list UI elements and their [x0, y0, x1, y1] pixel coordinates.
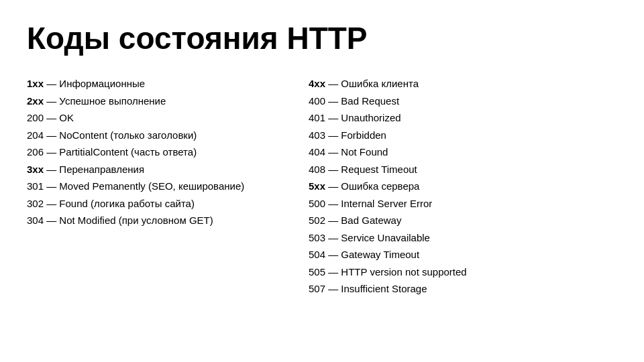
- list-item: 502 — Bad Gateway: [309, 212, 617, 229]
- page: Коды состояния HTTP 1xx — Информационные…: [0, 0, 644, 318]
- list-item: 206 — PartitialContent (часть ответа): [27, 143, 309, 161]
- list-item: 400 — Bad Request: [309, 93, 617, 110]
- left-column: 1xx — Информационные2xx — Успешное выпол…: [27, 75, 309, 298]
- content-area: 1xx — Информационные2xx — Успешное выпол…: [27, 75, 617, 298]
- list-item: 2xx — Успешное выполнение: [27, 93, 309, 110]
- list-item: 304 — Not Modified (при условном GET): [27, 212, 309, 229]
- list-item: 1xx — Информационные: [27, 75, 309, 93]
- list-item: 5xx — Ошибка сервера: [309, 178, 617, 195]
- list-item: 3xx — Перенаправления: [27, 161, 309, 178]
- list-item: 503 — Service Unavailable: [309, 229, 617, 247]
- list-item: 500 — Internal Server Error: [309, 195, 617, 213]
- list-item: 404 — Not Found: [309, 143, 617, 161]
- list-item: 504 — Gateway Timeout: [309, 246, 617, 263]
- list-item: 200 — OK: [27, 109, 309, 127]
- list-item: 301 — Moved Pemanently (SEO, кеширование…: [27, 178, 309, 195]
- list-item: 204 — NoContent (только заголовки): [27, 127, 309, 144]
- list-item: 408 — Request Timeout: [309, 161, 617, 178]
- list-item: 302 — Found (логика работы сайта): [27, 195, 309, 213]
- right-column: 4xx — Ошибка клиента400 — Bad Request401…: [309, 75, 617, 298]
- list-item: 4xx — Ошибка клиента: [309, 75, 617, 93]
- page-title: Коды состояния HTTP: [27, 20, 617, 56]
- list-item: 507 — Insufficient Storage: [309, 280, 617, 298]
- list-item: 505 — HTTP version not supported: [309, 263, 617, 281]
- list-item: 403 — Forbidden: [309, 127, 617, 144]
- list-item: 401 — Unauthorized: [309, 109, 617, 127]
